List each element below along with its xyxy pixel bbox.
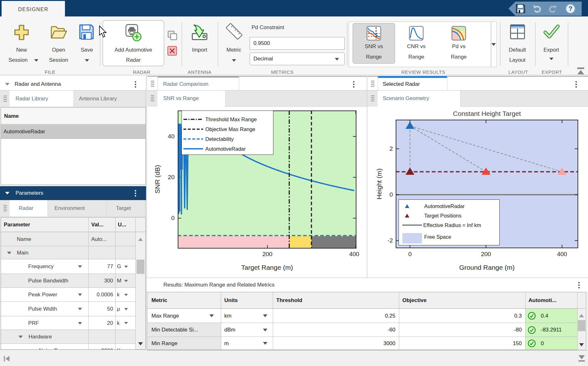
svg-text:?: ? [568, 5, 572, 12]
